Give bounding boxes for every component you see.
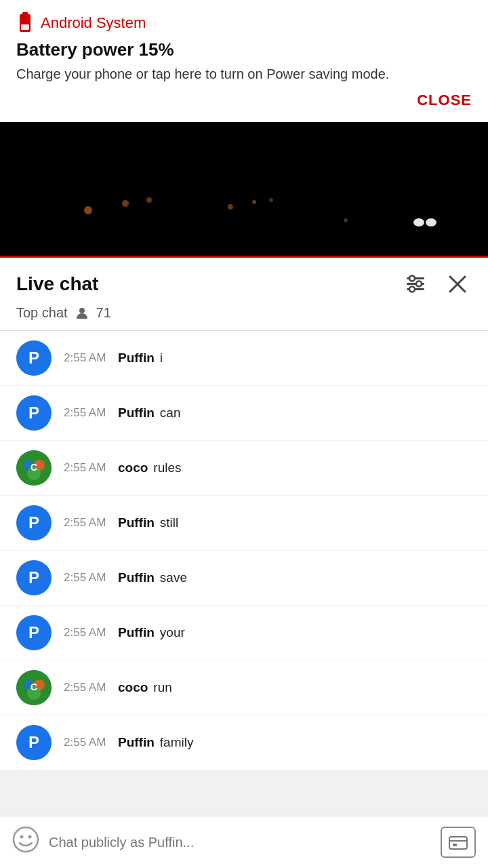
top-chat-label: Top chat xyxy=(16,305,68,321)
chat-time: 2:55 AM xyxy=(64,681,113,694)
chat-message-text: i xyxy=(160,351,163,366)
notif-body: Charge your phone or tap here to turn on… xyxy=(16,64,472,83)
video-content xyxy=(0,122,488,258)
chat-username: coco xyxy=(118,460,148,475)
avatar: P xyxy=(16,340,52,376)
svg-point-3 xyxy=(84,206,92,214)
notif-close-row: CLOSE xyxy=(16,92,472,109)
svg-point-9 xyxy=(344,218,348,222)
video-player[interactable] xyxy=(0,122,488,258)
avatar: P xyxy=(16,395,52,431)
chat-time: 2:55 AM xyxy=(64,571,113,585)
chat-message-row: P 2:55 AM Puffin still xyxy=(0,496,488,551)
chat-username: Puffin xyxy=(118,735,155,750)
chat-username: coco xyxy=(118,680,148,695)
chat-message-row: C 2:55 AM coco rules xyxy=(0,441,488,496)
emoji-button[interactable] xyxy=(12,826,39,859)
live-chat-title: Live chat xyxy=(16,273,98,295)
notification-close-button[interactable]: CLOSE xyxy=(417,92,472,109)
chat-message-row: P 2:55 AM Puffin i xyxy=(0,331,488,386)
chat-input-area xyxy=(0,816,488,868)
chat-username: Puffin xyxy=(118,570,155,585)
chat-time: 2:55 AM xyxy=(64,406,113,420)
live-chat-close-button[interactable] xyxy=(443,270,472,298)
notif-main-title: Battery power 15% xyxy=(16,39,472,60)
notif-header: Android System xyxy=(16,12,472,34)
chat-message-text: family xyxy=(160,735,194,750)
chat-time: 2:55 AM xyxy=(64,516,113,530)
live-chat-header: Live chat Top xyxy=(0,258,488,331)
chat-message-text: your xyxy=(160,625,185,640)
avatar: P xyxy=(16,615,52,650)
chat-username: Puffin xyxy=(118,515,155,530)
viewers-person-icon xyxy=(75,306,89,321)
svg-point-33 xyxy=(28,835,32,839)
svg-rect-2 xyxy=(21,24,29,30)
send-money-icon xyxy=(447,831,469,853)
chat-content: 2:55 AM Puffin your xyxy=(64,625,472,640)
viewer-count: 71 xyxy=(96,305,111,321)
top-chat-row: Top chat 71 xyxy=(16,298,472,330)
chat-content: 2:55 AM Puffin i xyxy=(64,351,472,366)
chat-message-text: save xyxy=(160,570,187,585)
svg-text:C: C xyxy=(30,682,37,692)
avatar: P xyxy=(16,505,52,540)
chat-message-row: P 2:55 AM Puffin save xyxy=(0,551,488,606)
coco-avatar-img: C xyxy=(16,450,52,486)
close-icon xyxy=(446,273,469,296)
chat-username: Puffin xyxy=(118,351,155,366)
chat-message-text: still xyxy=(160,515,178,530)
chat-time: 2:55 AM xyxy=(64,736,113,749)
chat-messages-wrapper: P 2:55 AM Puffin i P 2:55 AM Puffin can xyxy=(0,331,488,825)
chat-message-text: rules xyxy=(153,460,181,475)
chat-settings-button[interactable] xyxy=(401,270,430,298)
svg-rect-36 xyxy=(453,844,457,846)
settings-sliders-icon xyxy=(404,273,427,296)
chat-username: Puffin xyxy=(118,406,155,420)
svg-rect-34 xyxy=(449,837,467,849)
chat-message-text: can xyxy=(160,406,181,420)
svg-rect-1 xyxy=(22,12,28,15)
notification-banner[interactable]: Android System Battery power 15% Charge … xyxy=(0,0,488,122)
svg-point-31 xyxy=(14,827,38,852)
chat-username: Puffin xyxy=(118,625,155,640)
svg-point-11 xyxy=(426,218,436,226)
send-supercat-button[interactable] xyxy=(441,827,476,858)
svg-point-4 xyxy=(122,200,129,207)
emoji-icon xyxy=(12,826,39,853)
svg-point-15 xyxy=(409,276,415,281)
chat-message-text: run xyxy=(153,680,171,695)
live-chat-title-row: Live chat xyxy=(16,270,472,298)
chat-content: 2:55 AM coco rules xyxy=(64,460,472,475)
svg-point-8 xyxy=(269,198,273,202)
svg-point-20 xyxy=(79,308,85,313)
battery-icon xyxy=(16,12,34,34)
chat-message-row: P 2:55 AM Puffin can xyxy=(0,386,488,441)
chat-message-row: P 2:55 AM Puffin your xyxy=(0,606,488,660)
chat-message-row: C 2:55 AM coco run xyxy=(0,660,488,715)
chat-time: 2:55 AM xyxy=(64,461,113,475)
svg-point-17 xyxy=(409,287,415,292)
chat-messages: P 2:55 AM Puffin i P 2:55 AM Puffin can xyxy=(0,331,488,770)
chat-content: 2:55 AM Puffin save xyxy=(64,570,472,585)
chat-content: 2:55 AM Puffin can xyxy=(64,406,472,420)
chat-time: 2:55 AM xyxy=(64,351,113,365)
svg-point-10 xyxy=(413,218,424,226)
avatar: C xyxy=(16,450,52,486)
avatar: C xyxy=(16,670,52,705)
svg-point-7 xyxy=(252,200,256,204)
chat-content: 2:55 AM Puffin still xyxy=(64,515,472,530)
svg-point-32 xyxy=(20,835,24,839)
coco-avatar-img: C xyxy=(16,670,52,705)
header-icons xyxy=(401,270,472,298)
viewer-icon xyxy=(75,306,89,321)
avatar: P xyxy=(16,560,52,595)
chat-content: 2:55 AM coco run xyxy=(64,680,472,695)
svg-text:C: C xyxy=(30,462,37,473)
avatar: P xyxy=(16,725,52,760)
svg-point-5 xyxy=(146,197,152,203)
chat-content: 2:55 AM Puffin family xyxy=(64,735,472,750)
chat-time: 2:55 AM xyxy=(64,626,113,639)
chat-input[interactable] xyxy=(49,835,431,850)
svg-point-16 xyxy=(416,281,422,287)
